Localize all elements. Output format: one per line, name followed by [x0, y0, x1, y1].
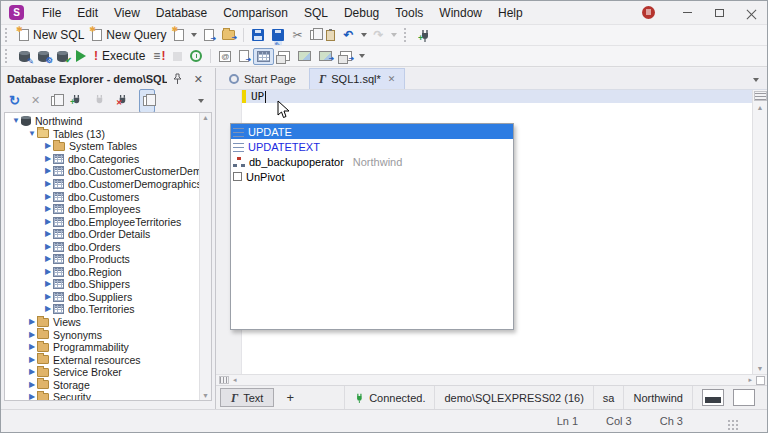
tree-item-dbo-order-details[interactable]: ▶dbo.Order Details: [5, 228, 199, 241]
maximize-button[interactable]: [703, 1, 735, 24]
plug-icon[interactable]: [93, 92, 105, 110]
toolbar-overflow-dropdown[interactable]: [359, 54, 365, 58]
tree-collapsed-arrow-icon[interactable]: ▶: [43, 268, 53, 276]
open-file-button[interactable]: [200, 27, 218, 43]
execute-button[interactable]: ! Execute: [90, 47, 149, 65]
editor-line-1[interactable]: UP: [251, 90, 266, 103]
add-view-button[interactable]: +: [274, 390, 306, 405]
tree-collapsed-arrow-icon[interactable]: ▶: [43, 305, 53, 313]
tree-collapsed-arrow-icon[interactable]: ▶: [43, 218, 53, 226]
new-document-button[interactable]: [170, 27, 188, 43]
tree-item-dbo-employees[interactable]: ▶dbo.Employees: [5, 203, 199, 216]
refresh-icon[interactable]: ↻: [9, 94, 20, 107]
tree-collapsed-arrow-icon[interactable]: ▶: [43, 142, 53, 150]
cut-button[interactable]: ✂: [288, 27, 306, 43]
tree-scrollbar[interactable]: ▲ ▼: [199, 113, 211, 400]
tree-collapsed-arrow-icon[interactable]: ▶: [43, 280, 53, 288]
tree-item-synonyms[interactable]: ▶Synonyms: [5, 328, 199, 341]
layout-windows-button[interactable]: [274, 49, 294, 63]
float-window-button[interactable]: [336, 49, 356, 63]
save-all-button[interactable]: [268, 27, 288, 43]
tree-collapsed-arrow-icon[interactable]: ▶: [27, 343, 37, 351]
tree-item-system-tables[interactable]: ▶System Tables: [5, 140, 199, 153]
user-avatar-icon[interactable]: [642, 6, 655, 19]
refresh-document-button[interactable]: [139, 89, 155, 113]
new-sql-button[interactable]: New SQL: [15, 26, 88, 44]
tree-collapsed-arrow-icon[interactable]: ▶: [43, 167, 53, 175]
explorer-close-icon[interactable]: ✕: [188, 73, 209, 86]
tree-item-dbo-products[interactable]: ▶dbo.Products: [5, 253, 199, 266]
connect-plug-icon[interactable]: +: [70, 92, 82, 110]
splitter-handle[interactable]: [754, 91, 767, 101]
tree-item-dbo-shippers[interactable]: ▶dbo.Shippers: [5, 278, 199, 291]
delete-icon[interactable]: ✕: [31, 94, 40, 107]
query-history-button[interactable]: [186, 48, 206, 64]
show-image-button[interactable]: [294, 49, 315, 63]
copy-button[interactable]: [306, 28, 322, 42]
tree-expanded-arrow-icon[interactable]: ▼: [27, 130, 37, 138]
database-selector[interactable]: Northwind: [623, 386, 692, 409]
execute-script-button[interactable]: ≡!: [149, 47, 169, 65]
scroll-right-icon[interactable]: ▸: [748, 376, 752, 384]
editor-horizontal-scrollbar[interactable]: ◂ ▸: [216, 374, 767, 385]
tree-item-dbo-customercustomerdemo[interactable]: ▶dbo.CustomerCustomerDemo: [5, 165, 199, 178]
explorer-toolbar-dropdown[interactable]: [198, 99, 204, 103]
tree-item-dbo-orders[interactable]: ▶dbo.Orders: [5, 240, 199, 253]
full-layout-button[interactable]: [733, 389, 755, 406]
disconnect-plug-icon[interactable]: ✕: [116, 92, 128, 110]
menu-help[interactable]: Help: [490, 3, 531, 23]
editor-layout-button[interactable]: [702, 389, 724, 406]
editor-vertical-scrollbar[interactable]: ▲ ▼: [752, 90, 767, 374]
scroll-down-icon[interactable]: ▼: [757, 365, 764, 372]
export-document-button[interactable]: [235, 48, 253, 64]
new-query-button[interactable]: New Query: [88, 26, 170, 44]
tree-collapsed-arrow-icon[interactable]: ▶: [43, 293, 53, 301]
paste-button[interactable]: [322, 28, 339, 43]
resize-grip[interactable]: [727, 419, 739, 431]
data-grid-view-button[interactable]: [253, 48, 274, 65]
open-folder-button[interactable]: [218, 28, 239, 42]
redo-dropdown[interactable]: [391, 33, 397, 37]
toolbar-grip[interactable]: [404, 28, 409, 42]
menu-file[interactable]: File: [34, 3, 69, 23]
menu-debug[interactable]: Debug: [336, 3, 387, 23]
server-selector[interactable]: demo\SQLEXPRESS02 (16): [434, 386, 592, 409]
user-selector[interactable]: sa: [593, 386, 624, 409]
tree-collapsed-arrow-icon[interactable]: ▶: [43, 155, 53, 163]
tree-expanded-arrow-icon[interactable]: ▼: [11, 117, 21, 125]
pin-icon[interactable]: [167, 73, 188, 86]
tree-item-dbo-employeeterritories[interactable]: ▶dbo.EmployeeTerritories: [5, 215, 199, 228]
menu-tools[interactable]: Tools: [387, 3, 431, 23]
menu-window[interactable]: Window: [431, 3, 490, 23]
new-document-dropdown[interactable]: [191, 33, 197, 37]
sql-editor[interactable]: UP UPDATEUPDATETEXTdb_backupoperatorNort…: [216, 90, 767, 374]
completion-item-updatetext[interactable]: UPDATETEXT: [231, 139, 513, 154]
new-connection-button[interactable]: +: [414, 27, 434, 44]
properties-icon[interactable]: [51, 96, 59, 106]
scroll-down-icon[interactable]: ▼: [202, 392, 209, 399]
tree-collapsed-arrow-icon[interactable]: ▶: [43, 243, 53, 251]
completion-item-unpivot[interactable]: UnPivot: [231, 169, 513, 184]
tree-collapsed-arrow-icon[interactable]: ▶: [27, 356, 37, 364]
redo-button[interactable]: ↷: [370, 27, 388, 43]
tree-collapsed-arrow-icon[interactable]: ▶: [27, 368, 37, 376]
menu-database[interactable]: Database: [148, 3, 215, 23]
tree-collapsed-arrow-icon[interactable]: ▶: [43, 193, 53, 201]
tree-item-dbo-customers[interactable]: ▶dbo.Customers: [5, 190, 199, 203]
stop-button[interactable]: [169, 50, 186, 63]
toolbar-grip[interactable]: [5, 28, 10, 42]
start-debug-button[interactable]: [72, 48, 90, 64]
tree-collapsed-arrow-icon[interactable]: ▶: [27, 381, 37, 389]
tree-collapsed-arrow-icon[interactable]: ▶: [43, 180, 53, 188]
tree-item-views[interactable]: ▶Views: [5, 316, 199, 329]
undo-button[interactable]: ↶: [339, 27, 357, 43]
scroll-up-icon[interactable]: ▲: [202, 114, 209, 121]
database-check-button[interactable]: ✔: [53, 49, 72, 64]
tree-collapsed-arrow-icon[interactable]: ▶: [27, 331, 37, 339]
scroll-left-icon[interactable]: ◂: [233, 376, 237, 384]
save-button[interactable]: [248, 27, 268, 43]
toolbar-grip[interactable]: [5, 49, 10, 63]
tabstrip-dropdown[interactable]: [753, 78, 759, 82]
menu-sql[interactable]: SQL: [296, 3, 336, 23]
tab-sql1-sql-[interactable]: ΓSQL1.sql*✕: [309, 68, 405, 89]
